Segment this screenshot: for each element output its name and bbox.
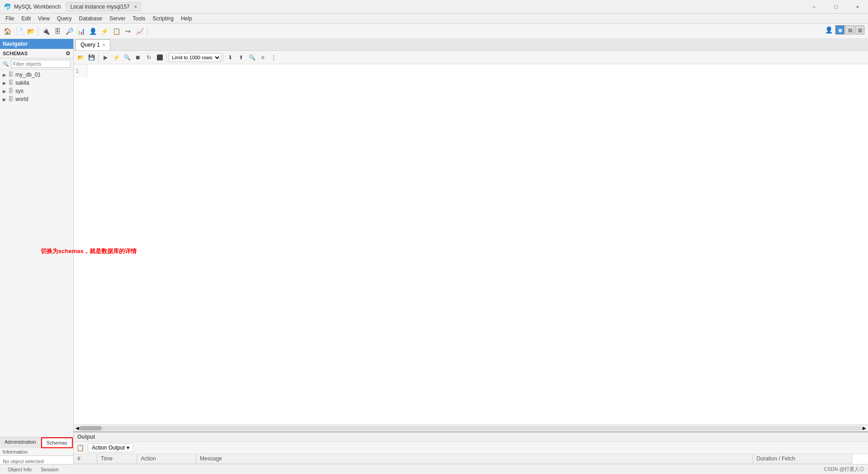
scroll-left-btn[interactable]: ◀ [76,426,79,431]
open-file-btn[interactable]: 📂 [76,53,85,62]
menu-view[interactable]: View [34,14,53,23]
toolbar-more-3[interactable]: ↪ [123,26,133,37]
query-tab-label: Query 1 [81,42,100,48]
export-btn[interactable]: ⬆ [236,53,246,62]
main-toolbar: 🏠 📄 📂 🔌 🗄 🔎 📊 👤 ⚡ 📋 ↪ 📈 👤 ▣ ▤ ▥ [0,24,868,39]
q-sep-3 [223,53,223,62]
run-btn[interactable]: ▶ [100,53,110,62]
title-bar: 🐬 MySQL Workbench Local instance mysql15… [0,0,868,14]
menu-server[interactable]: Server [106,14,129,23]
query-editor: 1 [74,64,868,424]
layout-btn-1[interactable]: ▣ [835,25,844,34]
layout-btn-3[interactable]: ▥ [855,25,864,34]
schema-name: world [15,96,28,102]
schema-item-my-db-01[interactable]: ▶ 🗄 my_db_01 [0,71,73,79]
menu-edit[interactable]: Edit [18,14,34,23]
left-panel: Navigator SCHEMAS ⚙ 🔍 ▶ 🗄 my_db_01 ▶ 🗄 s… [0,39,74,474]
toolbar-new-query[interactable]: 📄 [14,26,24,37]
filter-search-icon: 🔍 [3,61,9,67]
save-btn[interactable]: 💾 [86,53,96,62]
minimize-button[interactable]: − [804,0,825,14]
query-toolbar: 📂 💾 ▶ ⚡ 🔍 ⏹ ↻ ⬛ Limit to 1000 rows Limit… [74,51,868,64]
dropdown-arrow-icon: ▾ [127,445,129,451]
app-icon: 🐬 [4,3,11,10]
right-panel: Query 1 × 📂 💾 ▶ ⚡ 🔍 ⏹ ↻ ⬛ Limit to 1000 … [74,39,868,474]
status-tab-session[interactable]: Session [37,466,62,473]
instance-tab[interactable]: Local instance mysql157 × [66,2,141,11]
layout-btn-2[interactable]: ▤ [845,25,854,34]
scrollbar-track[interactable] [79,426,863,431]
db-icon: 🗄 [8,72,14,78]
refresh-btn[interactable]: ↻ [144,53,154,62]
toggle-btn[interactable]: ⬛ [155,53,165,62]
menu-file[interactable]: File [2,14,18,23]
status-tab-object-info[interactable]: Object Info [4,466,36,473]
menu-tools[interactable]: Tools [129,14,149,23]
toolbar-open[interactable]: 📂 [25,26,36,37]
close-button[interactable]: × [847,0,868,14]
filter-input[interactable] [11,60,71,68]
limit-rows-select[interactable]: Limit to 1000 rows Limit to 200 rows Don… [169,53,221,62]
explain-btn[interactable]: 🔍 [122,53,132,62]
toolbar-separator-2 [147,27,147,36]
db-icon: 🗄 [8,80,14,86]
h-scrollbar[interactable]: ◀ ▶ [74,424,868,431]
editor-content[interactable] [87,64,868,424]
schema-name: sys [15,88,24,94]
toolbar-create-schema[interactable]: 🗄 [52,26,63,37]
line-number-1: 1 [76,67,85,75]
scroll-right-btn[interactable]: ▶ [863,426,866,431]
menu-help[interactable]: Help [177,14,196,23]
menu-database[interactable]: Database [76,14,106,23]
query-tab-1[interactable]: Query 1 × [76,39,110,50]
toolbar-manage-conn[interactable]: 🔌 [40,26,51,37]
col-action: Action [137,454,196,464]
zoom-in-btn[interactable]: 🔍 [247,53,257,62]
toolbar-inspect[interactable]: 🔎 [64,26,75,37]
tab-administration[interactable]: Administration [0,437,41,448]
toolbar-table-editor[interactable]: 📊 [76,26,86,37]
schema-item-world[interactable]: ▶ 🗄 world [0,95,73,103]
stop-btn[interactable]: ⏹ [133,53,143,62]
left-tabs: Administration Schemas [0,437,73,448]
maximize-button[interactable]: □ [825,0,846,14]
toolbar-performance[interactable]: 📈 [134,26,145,37]
format-btn[interactable]: ≡ [258,53,268,62]
q-sep-2 [166,53,167,62]
output-label: Output [74,432,868,442]
schemas-config-icon[interactable]: ⚙ [66,50,71,57]
app-title: MySQL Workbench [14,4,61,10]
schema-item-sakila[interactable]: ▶ 🗄 sakila [0,79,73,87]
line-numbers: 1 [74,64,87,78]
tab-schemas[interactable]: Schemas [41,437,73,448]
output-icon: 📋 [76,444,84,451]
q-sep-1 [98,53,99,62]
menu-bar: File Edit View Query Database Server Too… [0,14,868,24]
arrow-icon: ▶ [3,89,6,94]
toolbar-separator-1 [38,27,38,36]
menu-query[interactable]: Query [53,14,76,23]
scrollbar-thumb[interactable] [79,426,102,431]
schema-name: my_db_01 [15,72,41,78]
schemas-section: SCHEMAS ⚙ [0,49,73,58]
navigator-label: Navigator [3,41,28,47]
user-icon: 👤 [825,26,833,34]
main-layout: Navigator SCHEMAS ⚙ 🔍 ▶ 🗄 my_db_01 ▶ 🗄 s… [0,39,868,474]
run-current-btn[interactable]: ⚡ [111,53,121,62]
query-tabs: Query 1 × [74,39,868,51]
toolbar-home[interactable]: 🏠 [2,26,13,37]
schemas-label: SCHEMAS [3,51,28,56]
menu-scripting[interactable]: Scripting [149,14,177,23]
filter-box: 🔍 [0,58,73,70]
toolbar-users[interactable]: 👤 [87,26,98,37]
more-btn[interactable]: ⋮ [269,53,279,62]
schema-tree: ▶ 🗄 my_db_01 ▶ 🗄 sakila ▶ 🗄 sys ▶ 🗄 worl… [0,70,73,437]
schema-name: sakila [15,80,29,86]
toolbar-more-2[interactable]: 📋 [111,26,122,37]
db-icon: 🗄 [8,96,14,102]
action-output-btn[interactable]: Action Output ▾ [88,443,133,452]
toolbar-more-1[interactable]: ⚡ [99,26,110,37]
schema-item-sys[interactable]: ▶ 🗄 sys [0,87,73,95]
import-btn[interactable]: ⬇ [225,53,235,62]
tab-close-icon[interactable]: × [103,43,105,48]
